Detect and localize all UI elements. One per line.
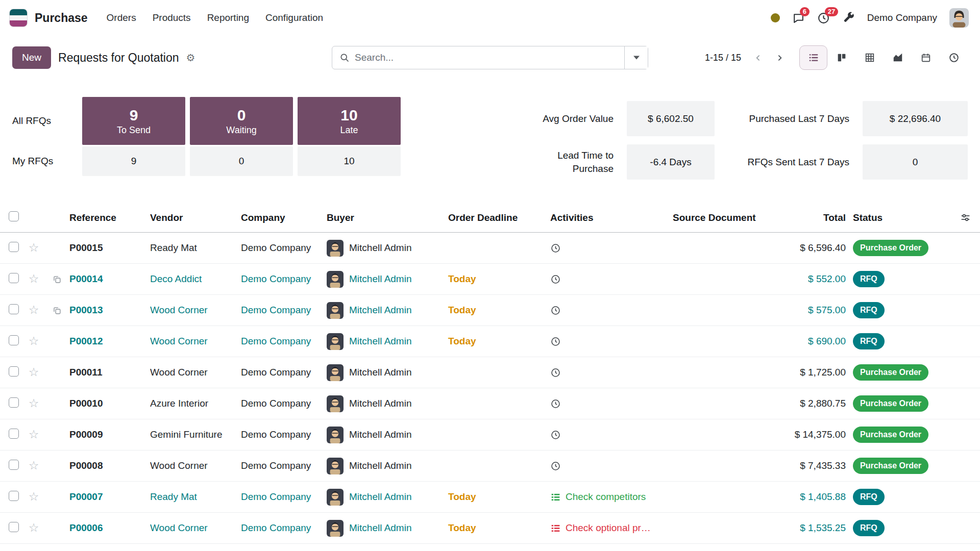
menu-products[interactable]: Products <box>146 8 198 28</box>
cell-reference[interactable]: P00015 <box>69 242 150 254</box>
favorite-star-icon[interactable]: ☆ <box>29 521 39 534</box>
my-waiting-cell[interactable]: 0 <box>190 146 293 176</box>
cell-activities[interactable] <box>550 367 673 378</box>
activity-clock-icon[interactable] <box>550 398 561 409</box>
cell-vendor[interactable]: Wood Corner <box>150 522 241 534</box>
menu-reporting[interactable]: Reporting <box>201 8 256 28</box>
table-row[interactable]: ☆ P00012 Wood Corner Demo Company Mitche… <box>0 326 980 357</box>
cell-total[interactable]: $ 7,435.33 <box>765 460 849 471</box>
cell-total[interactable]: $ 552.00 <box>765 273 849 285</box>
menu-orders[interactable]: Orders <box>100 8 143 28</box>
cell-activities[interactable] <box>550 274 673 285</box>
activity-clock-icon[interactable] <box>550 336 561 347</box>
cell-total[interactable]: $ 6,596.40 <box>765 242 849 254</box>
cell-total[interactable]: $ 1,725.00 <box>765 367 849 378</box>
cell-reference[interactable]: P00011 <box>69 367 150 378</box>
row-checkbox[interactable] <box>9 397 19 408</box>
cell-company[interactable]: Demo Company <box>241 367 327 378</box>
activity-clock-icon[interactable] <box>550 274 561 285</box>
cell-activities[interactable]: Check competitors <box>550 491 673 503</box>
cell-activities[interactable] <box>550 305 673 316</box>
cell-vendor[interactable]: Wood Corner <box>150 336 241 347</box>
my-to-send-cell[interactable]: 9 <box>82 146 185 176</box>
cell-buyer[interactable]: Mitchell Admin <box>327 520 448 537</box>
cell-company[interactable]: Demo Company <box>241 460 327 471</box>
row-checkbox[interactable] <box>9 366 19 377</box>
favorite-star-icon[interactable]: ☆ <box>29 459 39 472</box>
cell-vendor[interactable]: Ready Mat <box>150 242 241 254</box>
cell-buyer[interactable]: Mitchell Admin <box>327 427 448 443</box>
cell-total[interactable]: $ 2,880.75 <box>765 398 849 409</box>
view-list-button[interactable] <box>799 45 827 70</box>
waiting-card[interactable]: 0 Waiting <box>190 97 293 145</box>
cell-activities[interactable]: Check optional pr… <box>550 522 673 534</box>
cell-company[interactable]: Demo Company <box>241 305 327 316</box>
app-name[interactable]: Purchase <box>35 11 88 25</box>
actions-gear-icon[interactable]: ⚙ <box>186 52 195 64</box>
table-row[interactable]: ☆ P00006 Wood Corner Demo Company Mitche… <box>0 513 980 544</box>
activity-summary[interactable]: Check optional pr… <box>566 522 651 534</box>
cell-order-deadline[interactable]: Today <box>448 336 550 347</box>
table-row[interactable]: ☆ P00010 Azure Interior Demo Company Mit… <box>0 388 980 419</box>
favorite-star-icon[interactable]: ☆ <box>29 303 39 316</box>
cell-total[interactable]: $ 575.00 <box>765 305 849 316</box>
favorite-star-icon[interactable]: ☆ <box>29 241 39 254</box>
column-header-company[interactable]: Company <box>241 212 327 223</box>
cell-reference[interactable]: P00014 <box>69 273 150 285</box>
cell-reference[interactable]: P00012 <box>69 336 150 347</box>
table-row[interactable]: ☆ P00009 Gemini Furniture Demo Company M… <box>0 419 980 450</box>
activity-clock-icon[interactable] <box>550 461 561 471</box>
cell-activities[interactable] <box>550 398 673 409</box>
column-header-activities[interactable]: Activities <box>550 212 673 223</box>
activity-clock-icon[interactable] <box>550 305 561 316</box>
cell-buyer[interactable]: Mitchell Admin <box>327 364 448 381</box>
activities-icon[interactable]: 27 <box>817 12 830 24</box>
cell-buyer[interactable]: Mitchell Admin <box>327 240 448 257</box>
cell-total[interactable]: $ 690.00 <box>765 336 849 347</box>
cell-company[interactable]: Demo Company <box>241 491 327 503</box>
to-send-card[interactable]: 9 To Send <box>82 97 185 145</box>
cell-total[interactable]: $ 1,535.25 <box>765 522 849 534</box>
view-pivot-button[interactable] <box>855 45 884 70</box>
row-checkbox[interactable] <box>9 522 19 532</box>
table-row[interactable]: ☆ <box>0 544 980 551</box>
favorite-star-icon[interactable]: ☆ <box>29 365 39 379</box>
column-header-order-deadline[interactable]: Order Deadline <box>448 212 550 223</box>
row-checkbox[interactable] <box>9 335 19 345</box>
cell-company[interactable]: Demo Company <box>241 242 327 254</box>
column-header-buyer[interactable]: Buyer <box>327 212 448 223</box>
column-header-vendor[interactable]: Vendor <box>150 212 241 223</box>
cell-vendor[interactable]: Ready Mat <box>150 491 241 503</box>
cell-buyer[interactable]: Mitchell Admin <box>327 458 448 474</box>
row-checkbox[interactable] <box>9 460 19 470</box>
cell-total[interactable]: $ 1,405.88 <box>765 491 849 503</box>
view-graph-button[interactable] <box>884 45 912 70</box>
menu-configuration[interactable]: Configuration <box>259 8 330 28</box>
cell-reference[interactable]: P00006 <box>69 522 150 534</box>
cell-vendor[interactable]: Azure Interior <box>150 398 241 409</box>
search-bar[interactable] <box>332 46 648 69</box>
cell-total[interactable]: $ 14,375.00 <box>765 429 849 440</box>
select-all-checkbox[interactable] <box>9 211 19 221</box>
row-checkbox[interactable] <box>9 242 19 252</box>
view-calendar-button[interactable] <box>912 45 940 70</box>
activity-summary[interactable]: Check competitors <box>566 491 646 503</box>
search-dropdown-toggle[interactable] <box>624 46 648 69</box>
cell-company[interactable]: Demo Company <box>241 398 327 409</box>
table-row[interactable]: ☆ P00007 Ready Mat Demo Company Mitchell… <box>0 482 980 513</box>
pager-previous-button[interactable] <box>748 47 768 68</box>
user-avatar[interactable] <box>949 8 969 28</box>
purchase-app-icon[interactable] <box>9 9 28 27</box>
favorite-star-icon[interactable]: ☆ <box>29 490 39 503</box>
cell-buyer[interactable]: Mitchell Admin <box>327 333 448 350</box>
cell-reference[interactable]: P00008 <box>69 460 150 471</box>
new-button[interactable]: New <box>12 46 51 69</box>
activity-list-icon[interactable] <box>550 492 561 503</box>
cell-activities[interactable] <box>550 461 673 471</box>
favorite-star-icon[interactable]: ☆ <box>29 334 39 347</box>
cell-order-deadline[interactable]: Today <box>448 273 550 285</box>
cell-vendor[interactable]: Wood Corner <box>150 305 241 316</box>
cell-order-deadline[interactable]: Today <box>448 305 550 316</box>
row-checkbox[interactable] <box>9 429 19 439</box>
cell-activities[interactable] <box>550 243 673 254</box>
